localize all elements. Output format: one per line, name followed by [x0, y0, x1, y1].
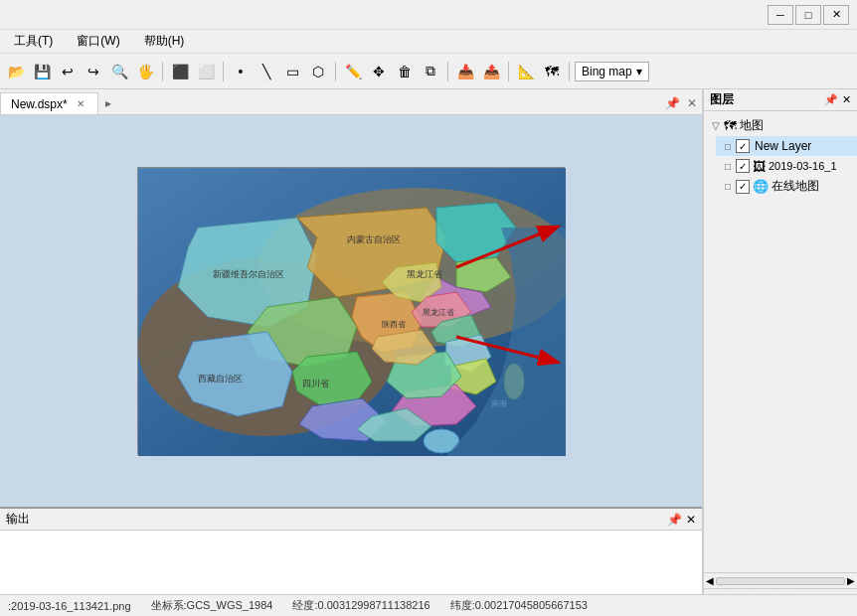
map-icon: 🗺 — [724, 118, 737, 133]
layers-pin-icon[interactable]: 📌 — [824, 93, 838, 106]
svg-text:西藏自治区: 西藏自治区 — [198, 374, 243, 384]
tree-expand-online[interactable]: □ — [720, 179, 736, 195]
close-button[interactable]: ✕ — [823, 5, 849, 25]
main-area: New.dspx* ✕ ▸ 📌 ✕ — [0, 89, 857, 616]
tb-import-button[interactable]: 📥 — [453, 60, 477, 83]
output-dock-icons: 📌 ✕ — [667, 513, 696, 527]
tab-close-all[interactable]: ✕ — [682, 92, 702, 114]
document-tab[interactable]: New.dspx* ✕ — [0, 92, 98, 114]
svg-text:四川省: 四川省 — [302, 379, 329, 388]
tb-sep5 — [508, 62, 509, 81]
tb-sep6 — [569, 62, 570, 81]
tb-rect-button[interactable]: ▭ — [280, 60, 304, 83]
tree-expand-map[interactable]: ▽ — [708, 118, 724, 134]
status-latitude: 纬度:0.00217045805667153 — [450, 598, 588, 613]
svg-text:新疆维吾尔自治区: 新疆维吾尔自治区 — [213, 269, 284, 279]
menu-tools[interactable]: 工具(T) — [10, 31, 57, 52]
tb-edit-button[interactable]: ✏️ — [341, 60, 365, 83]
tree-label-date: 2019-03-16_1 — [769, 160, 837, 172]
tb-btn8[interactable]: ⬜ — [194, 60, 218, 83]
tree-node-online-map[interactable]: □ ✓ 🌐 在线地图 — [716, 176, 857, 197]
tb-sep2 — [223, 62, 224, 81]
menu-bar: 工具(T) 窗口(W) 帮助(H) — [0, 30, 857, 54]
tb-copy-button[interactable]: ⧉ — [419, 60, 442, 83]
svg-text:内蒙古自治区: 内蒙古自治区 — [347, 234, 401, 244]
tb-del-button[interactable]: 🗑 — [393, 60, 417, 83]
tb-polygon-button[interactable]: ⬡ — [306, 60, 330, 83]
map-canvas: 新疆维吾尔自治区 内蒙古自治区 西藏自治区 四川省 黑龙江省 陕西省 黑龙江省 … — [0, 115, 702, 507]
tree-node-newlayer[interactable]: □ ✓ New Layer — [716, 136, 857, 156]
layers-header-left: 图层 — [710, 91, 734, 108]
tb-export-button[interactable]: 📤 — [479, 60, 503, 83]
output-pin-icon[interactable]: 📌 — [667, 513, 682, 527]
tab-label: New.dspx* — [11, 97, 68, 111]
tb-sep1 — [162, 62, 163, 81]
svg-text:陕西省: 陕西省 — [382, 320, 406, 329]
left-panel: New.dspx* ✕ ▸ 📌 ✕ — [0, 89, 703, 616]
tb-save-button[interactable]: 💾 — [30, 60, 54, 83]
tb-sep3 — [335, 62, 336, 81]
status-bar: :2019-03-16_113421.png 坐标系:GCS_WGS_1984 … — [0, 594, 857, 616]
layers-title: 图层 — [710, 91, 734, 108]
output-close-icon[interactable]: ✕ — [686, 513, 696, 527]
tb-btn5[interactable]: 🔍 — [107, 60, 131, 83]
menu-help[interactable]: 帮助(H) — [140, 31, 189, 52]
svg-text:黑龙江省: 黑龙江省 — [423, 308, 454, 317]
tree-expand-date[interactable]: □ — [720, 158, 736, 174]
title-bar: ─ □ ✕ — [0, 0, 857, 30]
tree-expand-newlayer[interactable]: □ — [720, 138, 736, 154]
tab-close-button[interactable]: ✕ — [74, 97, 87, 111]
layers-close-icon[interactable]: ✕ — [842, 93, 851, 106]
menu-window[interactable]: 窗口(W) — [73, 31, 123, 52]
tb-btn7[interactable]: ⬛ — [168, 60, 192, 83]
tree-node-date[interactable]: □ ✓ 🖼 2019-03-16_1 — [716, 156, 857, 176]
layers-panel: 图层 📌 ✕ ▽ 🗺 地图 □ ✓ New Layer □ — [703, 89, 857, 616]
bing-dropdown-icon: ▾ — [636, 65, 642, 78]
bing-map-label: Bing map — [582, 65, 632, 78]
status-coord-system: 坐标系:GCS_WGS_1984 — [151, 598, 273, 613]
bing-map-button[interactable]: Bing map ▾ — [575, 62, 649, 81]
maximize-button[interactable]: □ — [795, 5, 821, 25]
status-longitude: 经度:0.00312998711138216 — [292, 598, 429, 613]
layers-scrollbar-h: ◀ ▶ — [704, 572, 857, 588]
tb-undo-button[interactable]: ↩ — [56, 60, 80, 83]
online-map-checkbox[interactable]: ✓ — [736, 180, 750, 194]
tb-layer-button[interactable]: 🗺 — [540, 60, 564, 83]
scroll-left-btn[interactable]: ◀ — [704, 575, 716, 586]
tb-open-button[interactable]: 📂 — [4, 60, 28, 83]
layers-tree: ▽ 🗺 地图 □ ✓ New Layer □ ✓ 🖼 2019-03-16_1 … — [704, 111, 857, 572]
window-controls: ─ □ ✕ — [768, 5, 849, 25]
svg-text:黑龙江省: 黑龙江省 — [407, 269, 442, 279]
minimize-button[interactable]: ─ — [768, 5, 793, 25]
output-title: 输出 — [6, 511, 30, 528]
tb-redo-button[interactable]: ↪ — [82, 60, 105, 83]
tree-label-map: 地图 — [740, 117, 764, 134]
tb-sep4 — [447, 62, 448, 81]
china-map-svg: 新疆维吾尔自治区 内蒙古自治区 西藏自治区 四川省 黑龙江省 陕西省 黑龙江省 … — [138, 168, 566, 456]
output-header: 输出 📌 ✕ — [0, 509, 702, 531]
tb-line-button[interactable]: ╲ — [255, 60, 278, 83]
layers-header-right: 📌 ✕ — [824, 93, 851, 106]
tb-measure-button[interactable]: 📐 — [514, 60, 538, 83]
status-filename: :2019-03-16_113421.png — [8, 600, 131, 612]
newlayer-checkbox[interactable]: ✓ — [736, 139, 750, 153]
toolbar: 📂 💾 ↩ ↪ 🔍 🖐 ⬛ ⬜ • ╲ ▭ ⬡ ✏️ ✥ 🗑 ⧉ 📥 📤 📐 🗺… — [0, 54, 857, 89]
date-checkbox[interactable]: ✓ — [736, 159, 750, 173]
tab-bar: New.dspx* ✕ ▸ 📌 ✕ — [0, 89, 702, 115]
tree-node-map[interactable]: ▽ 🗺 地图 — [704, 115, 857, 136]
tb-move-button[interactable]: ✥ — [367, 60, 391, 83]
tree-label-newlayer: New Layer — [753, 139, 813, 153]
online-map-icon: 🌐 — [753, 179, 769, 194]
tab-scroll-right[interactable]: ▸ — [98, 92, 118, 114]
raster-icon: 🖼 — [753, 159, 766, 174]
svg-text:南海: 南海 — [491, 399, 507, 408]
tb-point-button[interactable]: • — [229, 60, 253, 83]
tb-btn6[interactable]: 🖐 — [133, 60, 157, 83]
tree-label-online-map: 在线地图 — [771, 178, 819, 195]
scroll-track-h — [716, 577, 845, 585]
tab-pin-button[interactable]: 📌 — [662, 92, 682, 114]
map-image: 新疆维吾尔自治区 内蒙古自治区 西藏自治区 四川省 黑龙江省 陕西省 黑龙江省 … — [137, 167, 565, 455]
layers-header: 图层 📌 ✕ — [704, 89, 857, 111]
scroll-right-btn[interactable]: ▶ — [845, 575, 857, 586]
